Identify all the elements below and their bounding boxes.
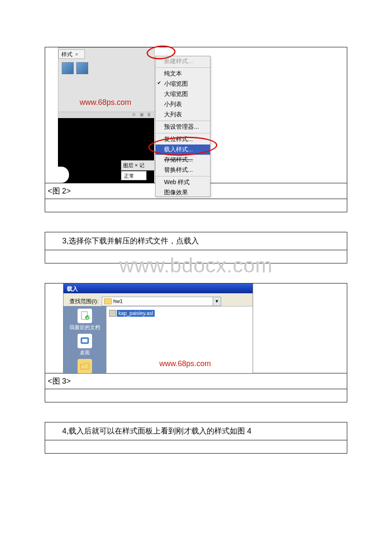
menu-replace-styles[interactable]: 替换样式... [156, 165, 210, 175]
lookin-value: hw1 [113, 298, 123, 304]
styles-tab-label: 样式 [61, 51, 72, 58]
new-icon[interactable]: ▣ [139, 112, 144, 117]
figure-2-container: 样式× www.68ps.com 🗑 ▣ ⊘ 图层 × 记 正常 新建样式. [45, 47, 347, 183]
lookin-row: 查找范围(I): hw1 ▼ [63, 293, 253, 308]
recent-docs-icon [78, 309, 92, 323]
style-thumbnails [62, 62, 88, 74]
styles-tab[interactable]: 样式× [58, 49, 85, 59]
page-content: 样式× www.68ps.com 🗑 ▣ ⊘ 图层 × 记 正常 新建样式. [0, 0, 392, 454]
clear-icon[interactable]: ⊘ [131, 112, 136, 117]
svg-rect-3 [82, 339, 87, 342]
figure-3-container: 载入 查找范围(I): hw1 ▼ [45, 283, 347, 373]
lookin-combo[interactable]: hw1 ▼ [102, 297, 221, 306]
step-4-text: 4,载入后就可以在样式面板上看到刚才载入的样式如图 4 [45, 422, 347, 440]
svg-marker-4 [81, 363, 89, 369]
svg-point-1 [85, 315, 89, 320]
figure-3-caption: <图 3> [45, 373, 347, 389]
styles-flyout-menu: 新建样式... 纯文本 小缩览图 大缩览图 小列表 大列表 预设管理器... 复… [155, 56, 210, 197]
style-thumb[interactable] [76, 62, 88, 74]
watermark-url: www.68ps.com [80, 98, 131, 107]
mydocs-item[interactable] [63, 359, 106, 373]
folder-open-icon [78, 359, 92, 373]
close-x-icon[interactable]: × [75, 51, 78, 58]
step-3-block: 3,选择你下载并解压的样式文件，点载入 [45, 232, 347, 263]
file-icon [109, 310, 116, 317]
step-3-text: 3,选择你下载并解压的样式文件，点载入 [45, 232, 347, 250]
menu-large-thumb[interactable]: 大缩览图 [156, 89, 210, 99]
desktop-label: 桌面 [63, 349, 106, 356]
places-sidebar: 我最近的文档 桌面 [63, 306, 106, 373]
style-thumb[interactable] [62, 62, 74, 74]
blank-cell [45, 389, 347, 402]
dropdown-arrow-icon[interactable]: ▼ [213, 297, 221, 306]
menu-small-list[interactable]: 小列表 [156, 99, 210, 110]
watermark-url: www.68ps.com [159, 359, 211, 368]
menu-text-only[interactable]: 纯文本 [156, 69, 210, 79]
recent-docs-item[interactable]: 我最近的文档 [63, 309, 106, 331]
folder-icon [104, 298, 112, 304]
recent-docs-label: 我最近的文档 [63, 324, 106, 331]
desktop-item[interactable]: 桌面 [63, 334, 106, 356]
menu-preset-manager[interactable]: 预设管理器... [156, 122, 210, 132]
menu-web-styles[interactable]: Web 样式 [156, 177, 210, 188]
menu-save-styles[interactable]: 存储样式... [156, 155, 210, 165]
dialog-titlebar: 载入 [63, 284, 253, 293]
layer-panel-tab[interactable]: 图层 × 记 [121, 160, 155, 171]
desktop-icon [78, 334, 92, 348]
selected-file[interactable]: kap_paisley.asl [117, 310, 155, 317]
lookin-label: 查找范围(I): [69, 298, 98, 305]
panel-footer: 🗑 ▣ ⊘ [58, 112, 154, 118]
blank-cell [45, 199, 347, 212]
blend-mode-select[interactable]: 正常 [121, 171, 147, 180]
menu-large-list[interactable]: 大列表 [156, 110, 210, 120]
trash-icon[interactable]: 🗑 [147, 112, 152, 117]
load-dialog: 载入 查找范围(I): hw1 ▼ [63, 283, 253, 374]
step-4-block: 4,载入后就可以在样式面板上看到刚才载入的样式如图 4 [45, 422, 347, 454]
styles-panel: 样式× www.68ps.com 🗑 ▣ ⊘ [58, 47, 155, 119]
menu-image-effects[interactable]: 图像效果 [156, 188, 210, 197]
menu-small-thumb[interactable]: 小缩览图 [156, 79, 210, 89]
